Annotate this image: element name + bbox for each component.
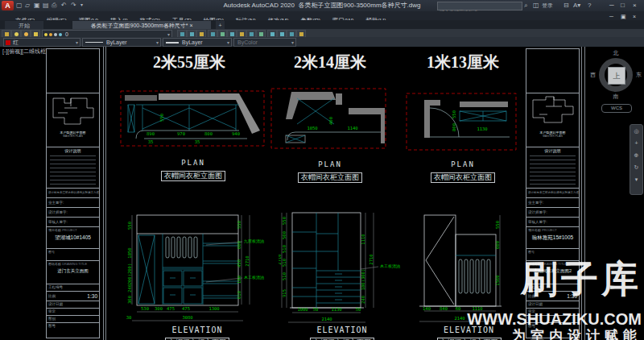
approve-row: 审定	[47, 309, 99, 316]
viewcube-south[interactable]: 南	[592, 93, 640, 101]
dim: 600	[237, 241, 242, 249]
orbit-icon[interactable]: ↻	[634, 161, 639, 173]
heading-plan-2: 2米14厘米	[262, 52, 398, 73]
close-button[interactable]: ×	[633, 0, 637, 10]
sheet-border-line	[103, 47, 104, 340]
viewport-controls[interactable]: [-][俯视][二维线框]	[2, 48, 47, 56]
dim: 60	[456, 306, 461, 311]
user-icon[interactable]: ◫	[533, 0, 539, 10]
design-notes-textlines	[50, 155, 96, 185]
floorplan-thumbnail	[526, 93, 577, 127]
search-icon[interactable]: ⌕	[524, 0, 527, 10]
sheet-no-label: 图号	[47, 249, 99, 254]
navbar-more-icon[interactable]: ▾	[635, 173, 638, 185]
dim: 140	[423, 306, 431, 311]
plan-2-label: PLAN	[266, 160, 394, 168]
dim: 400	[328, 117, 333, 125]
dim: 510	[282, 272, 287, 280]
auditor-sign-row: 审核人签字:	[526, 218, 579, 227]
plan-3-label: PLAN	[402, 160, 523, 168]
dim: 970	[177, 131, 185, 136]
help-icon[interactable]: ?	[588, 0, 591, 10]
zoom-icon[interactable]: ⊕	[634, 149, 639, 161]
dim: 800	[204, 131, 213, 136]
maximize-button[interactable]: □	[621, 0, 625, 10]
file-tab-bar: 开始 各类柜子立面图900-3500mm各种尺寸* × +	[0, 20, 644, 29]
dim: 240	[127, 284, 132, 292]
viewcube-east[interactable]: 东	[636, 71, 642, 79]
dim: 50	[313, 307, 319, 312]
chevron-down-icon[interactable]: ▾	[225, 39, 231, 45]
dim: 550	[159, 114, 164, 122]
plan-3-caption: 衣帽间衣柜立面图	[402, 168, 523, 183]
design-notes-textlines	[530, 155, 576, 185]
dim: 180	[237, 276, 242, 284]
dim: 600	[495, 241, 500, 249]
material-note: 木工板清油	[244, 275, 264, 280]
current-plotstyle: ByColor	[237, 39, 258, 45]
chevron-down-icon[interactable]: ▾	[74, 39, 80, 45]
autocad-window: A ▢ ▱ ▣ ▤ ⎙ ↶ ↷ ▾ Autodesk AutoCAD 2020 …	[0, 0, 644, 340]
dim: 890	[147, 131, 155, 136]
dim: 35	[195, 139, 200, 144]
viewcube-north[interactable]: 北	[592, 49, 640, 57]
title-block-empty-box	[526, 49, 579, 93]
number-row: 图号	[47, 323, 99, 330]
design-notes-box: 设计说明	[47, 147, 99, 189]
viewcube-west[interactable]: 西	[590, 71, 596, 79]
dim: 550	[282, 217, 287, 225]
pan-icon[interactable]: +	[634, 137, 638, 149]
layer-on-icon	[44, 33, 47, 36]
help-search-box[interactable]	[437, 2, 522, 10]
autodesk-app-icon[interactable]: A▾	[573, 0, 580, 10]
viewcube-top-face[interactable]: 上	[608, 67, 625, 85]
date-row: 设计日期	[47, 301, 99, 309]
design-notes-title: 设计说明	[526, 147, 579, 154]
dim: 510	[282, 245, 287, 253]
plan-3-drawing: 550 800 1130	[405, 89, 518, 153]
project-no-row: 工程编号	[47, 284, 99, 292]
linetype-sample	[85, 42, 103, 43]
tab-close-icon[interactable]: ×	[189, 23, 192, 28]
lineweight-dropdown[interactable]: ByLayer ▾	[163, 38, 232, 47]
plan-1-drawing: 550 890 970 800 940 35 35	[118, 85, 268, 151]
watermark-brand: 刷子库	[471, 255, 642, 305]
dim: 2710	[279, 254, 282, 264]
chevron-down-icon: ▾	[290, 39, 295, 45]
dim: 800	[452, 123, 456, 131]
thumb-caption-en: MASTER PLAN	[526, 135, 579, 139]
minimize-button[interactable]: ─	[609, 0, 614, 10]
chevron-down-icon[interactable]: ▾	[166, 31, 171, 37]
model-space-canvas[interactable]: [-][俯视][二维线框] 本户型原始平面图 MASTER PLAN 设计说明	[0, 47, 644, 340]
dim: 940	[232, 131, 240, 136]
plan-1-label: PLAN	[129, 159, 258, 167]
linetype-dropdown[interactable]: ByLayer ▾	[82, 38, 161, 47]
project-name: 望湖城10#1405	[47, 232, 99, 243]
app-store-icon[interactable]: ⊟	[564, 0, 569, 10]
owner-sign-row: 业主签字:	[47, 198, 99, 208]
watermark-slogan: 为室内设计赋能	[463, 326, 642, 340]
dim: 450	[237, 259, 242, 267]
signin-link[interactable]: 登录	[542, 0, 553, 10]
viewcube[interactable]: 北 上 西 东 南 WCS	[592, 49, 640, 114]
dim: 550	[452, 110, 456, 118]
thumb-caption-en: MASTER PLAN	[47, 135, 99, 139]
chevron-down-icon[interactable]: ▾	[155, 39, 160, 45]
dim: 475	[167, 306, 175, 311]
elevation-1-drawing: 530 300 475 475 1300 30 3080 550 1850 20…	[119, 205, 270, 325]
design-notes-box: 设计说明	[526, 147, 579, 189]
color-swatch-red	[6, 40, 10, 45]
full-navigation-wheel-icon[interactable]: ◎	[634, 125, 638, 137]
designer-sign-row: 设计师签字:	[47, 208, 99, 218]
dim: 915	[282, 289, 287, 297]
note-row: 设计如有未注明之处以现场实际施工为准	[47, 189, 99, 198]
color-dropdown[interactable]: 红 ▾	[3, 38, 80, 47]
dim: 1130	[331, 307, 341, 312]
dim: 200(200)	[127, 263, 132, 285]
wcs-button[interactable]: WCS	[601, 104, 632, 113]
dim: 1140	[347, 126, 357, 131]
dim: 550	[237, 221, 242, 229]
floorplan-thumb-box: 本户型原始平面图 MASTER PLAN	[47, 93, 99, 147]
auditor-sign-row: 审核人签字:	[47, 218, 99, 227]
plan-1-caption: 衣帽间衣柜立面图	[129, 167, 258, 181]
